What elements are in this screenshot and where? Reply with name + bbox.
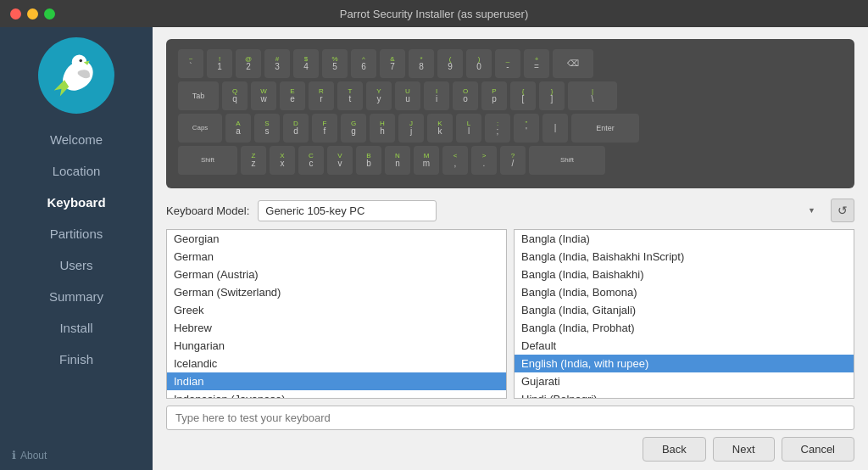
key-m: Mm: [414, 146, 439, 175]
sidebar-item-finish[interactable]: Finish: [0, 344, 153, 375]
sidebar-item-users[interactable]: Users: [0, 249, 153, 281]
key-9: (9: [437, 49, 463, 78]
keyboard-model-select[interactable]: Generic 101-key PC Generic 102-key PC Ge…: [258, 200, 437, 221]
list-item[interactable]: Bangla (India, Baishakhi InScript): [515, 248, 854, 266]
key-q: Qq: [222, 81, 248, 110]
svg-point-2: [80, 59, 83, 63]
key-r: Rr: [309, 81, 334, 110]
keyboard-model-label: Keyboard Model:: [166, 204, 249, 217]
list-item[interactable]: Bangla (India, Probhat): [515, 319, 854, 337]
key-o: Oo: [453, 81, 478, 110]
back-button[interactable]: Back: [643, 437, 706, 462]
list-item[interactable]: Bangla (India, Baishakhi): [515, 266, 854, 283]
key-row-2: Tab Qq Ww Ee Rr Tt Yy Uu Ii Oo Pp {[ }] …: [178, 81, 843, 110]
refresh-button[interactable]: ↺: [831, 199, 854, 222]
key-t: Tt: [337, 81, 363, 110]
sidebar-item-keyboard[interactable]: Keyboard: [0, 187, 153, 218]
key-row-1: ~` !1 @2 #3 $4 %5 ^6 &7 *8 (9 )0 _- += ⌫: [178, 49, 843, 78]
key-tab: Tab: [178, 81, 219, 110]
key-enter: Enter: [571, 114, 639, 143]
list-item[interactable]: Icelandic: [167, 355, 506, 372]
key-4: $4: [293, 49, 319, 78]
key-1: !1: [207, 49, 232, 78]
key-s: Ss: [254, 114, 280, 143]
main-container: Welcome Location Keyboard Partitions Use…: [0, 27, 868, 470]
key-period: >.: [471, 146, 497, 175]
key-b: Bb: [356, 146, 381, 175]
sidebar-item-welcome[interactable]: Welcome: [0, 124, 153, 155]
sidebar: Welcome Location Keyboard Partitions Use…: [0, 27, 153, 470]
key-comma: <,: [442, 146, 468, 175]
titlebar: Parrot Security Installer (as superuser): [0, 0, 868, 27]
list-item[interactable]: Gujarati: [515, 372, 854, 390]
parrot-icon: [47, 46, 106, 105]
key-row-4: Shift Zz Xx Cc Vv Bb Nn Mm <, >. ?/ Shif…: [178, 146, 843, 175]
list-item[interactable]: German (Austria): [167, 266, 506, 283]
list-item[interactable]: Bangla (India, Gitanjali): [515, 301, 854, 319]
key-6: ^6: [351, 49, 376, 78]
list-item[interactable]: Bangla (India): [515, 230, 854, 248]
keyboard-model-row: Keyboard Model: Generic 101-key PC Gener…: [166, 199, 854, 222]
key-7: &7: [380, 49, 405, 78]
key-slash: ?/: [500, 146, 526, 175]
sidebar-item-partitions[interactable]: Partitions: [0, 218, 153, 249]
key-x: Xx: [270, 146, 295, 175]
list-item[interactable]: Indonesian (Javanese): [167, 390, 506, 399]
variant-list[interactable]: Bangla (India) Bangla (India, Baishakhi …: [514, 229, 854, 399]
maximize-button[interactable]: [44, 8, 55, 20]
sidebar-item-location[interactable]: Location: [0, 155, 153, 187]
app-logo: [38, 37, 114, 114]
key-8: *8: [409, 49, 434, 78]
key-caps: Caps: [178, 114, 222, 143]
key-backspace: ⌫: [553, 49, 593, 78]
key-5: %5: [322, 49, 348, 78]
key-a: Aa: [225, 114, 251, 143]
key-quote: "': [514, 114, 539, 143]
keyboard-test-input[interactable]: [166, 406, 854, 430]
close-button[interactable]: [10, 8, 21, 20]
key-row-3: Caps Aa Ss Dd Ff Gg Hh Jj Kk Ll :; "' | …: [178, 114, 843, 143]
list-item-selected[interactable]: English (India, with rupee): [515, 355, 854, 372]
key-i: Ii: [424, 81, 449, 110]
key-u: Uu: [395, 81, 420, 110]
about-section[interactable]: ℹ About: [0, 440, 55, 470]
minimize-button[interactable]: [27, 8, 38, 20]
key-j: Jj: [398, 114, 424, 143]
window-controls: [10, 8, 55, 20]
key-c: Cc: [298, 146, 324, 175]
content-area: ~` !1 @2 #3 $4 %5 ^6 &7 *8 (9 )0 _- += ⌫…: [153, 27, 868, 470]
key-lbracket: {[: [510, 81, 536, 110]
list-item[interactable]: Hungarian: [167, 337, 506, 355]
sidebar-item-install[interactable]: Install: [0, 312, 153, 344]
key-h: Hh: [370, 114, 395, 143]
list-item-selected[interactable]: Indian: [167, 372, 506, 390]
key-e: Ee: [280, 81, 305, 110]
sidebar-nav: Welcome Location Keyboard Partitions Use…: [0, 124, 153, 375]
list-item[interactable]: Bangla (India, Bomona): [515, 283, 854, 301]
key-backslash: |\: [568, 81, 617, 110]
next-button[interactable]: Next: [713, 437, 775, 462]
sidebar-item-summary[interactable]: Summary: [0, 281, 153, 312]
cancel-button[interactable]: Cancel: [782, 437, 854, 462]
key-z: Zz: [241, 146, 266, 175]
keyboard-model-select-wrapper: Generic 101-key PC Generic 102-key PC Ge…: [258, 200, 822, 221]
list-item[interactable]: Default: [515, 337, 854, 355]
key-f: Ff: [312, 114, 337, 143]
list-item[interactable]: German (Switzerland): [167, 283, 506, 301]
list-item[interactable]: Greek: [167, 301, 506, 319]
key-0: )0: [466, 49, 492, 78]
key-p: Pp: [481, 81, 507, 110]
bottom-buttons: Back Next Cancel: [166, 437, 854, 462]
key-v: Vv: [327, 146, 353, 175]
key-lshift: Shift: [178, 146, 237, 175]
list-item[interactable]: Georgian: [167, 230, 506, 248]
list-item[interactable]: Hindi (Bolnagri): [515, 390, 854, 399]
key-l: Ll: [456, 114, 481, 143]
layout-list[interactable]: Georgian German German (Austria) German …: [166, 229, 507, 399]
key-backtick: ~`: [178, 49, 203, 78]
list-item[interactable]: German: [167, 248, 506, 266]
key-n: Nn: [385, 146, 410, 175]
key-equals: +=: [524, 49, 549, 78]
list-item[interactable]: Hebrew: [167, 319, 506, 337]
key-g: Gg: [341, 114, 366, 143]
